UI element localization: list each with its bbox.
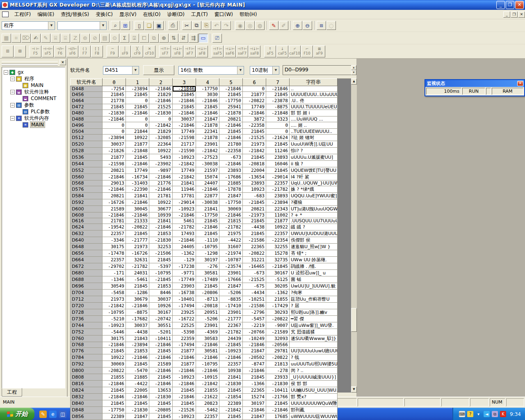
value-cell[interactable]: 11246 [266,148,290,154]
value-cell[interactable]: -21846 [196,342,219,348]
value-cell[interactable]: 0 [126,116,149,122]
value-cell[interactable]: 21845 [103,387,126,394]
value-cell[interactable]: -17494 [173,342,196,348]
value-cell[interactable]: -21830 [149,237,173,244]
value-cell[interactable]: -5206 [219,290,243,296]
value-cell[interactable]: -21598 [103,161,126,167]
device-name-cell[interactable]: D712 [71,296,103,303]
value-cell[interactable]: 17781 [173,193,196,199]
value-cell[interactable]: -17478 [103,250,126,257]
value-cell[interactable]: -21846 [126,110,149,116]
show-desktop-icon[interactable]: ✎ [39,411,47,418]
paste-icon[interactable]: ⎘ [202,21,211,30]
value-cell[interactable]: 30069 [103,361,126,368]
string-cell[interactable]: 皒 皒 ? [290,224,338,231]
value-cell[interactable]: -21846 [243,368,266,374]
string-cell[interactable]: UT]u潞U觊UuuUQGW [290,206,338,212]
value-cell[interactable]: 22365 [243,387,266,394]
value-cell[interactable]: -21782 [266,186,290,193]
device-name-cell[interactable]: D736 [71,316,103,322]
value-cell[interactable]: -21830 [149,394,173,400]
fkey-aF5-button[interactable]: ↑aF5 [264,46,276,57]
value-cell[interactable]: 22357 [103,257,126,263]
value-cell[interactable]: 21845 [196,104,219,110]
value-cell[interactable]: 20951 [196,309,219,316]
device-name-cell[interactable]: D600 [71,206,103,212]
value-cell[interactable]: -17750 [103,407,126,413]
string-cell[interactable]: U筳uWw窗]]_WU發. [290,322,338,329]
value-cell[interactable]: 30069 [219,206,243,212]
string-cell[interactable]: .... 姬 .. [290,122,338,129]
value-cell[interactable]: 21845 [219,413,243,420]
device-name-cell[interactable]: D792 [71,361,103,368]
value-cell[interactable]: -23894 [266,199,290,206]
value-cell[interactable]: 21845 [173,400,196,407]
value-cell[interactable]: 0 [126,98,149,104]
value-cell[interactable]: 23903 [173,283,196,290]
value-cell[interactable]: -22354 [266,237,290,244]
value-cell[interactable]: -10923 [173,154,196,161]
value-cell[interactable]: -9897 [149,167,173,174]
value-cell[interactable]: -21506 [149,250,173,257]
value-cell[interactable]: -21846 [149,381,173,387]
value-cell[interactable]: -16726 [103,199,126,206]
value-cell[interactable]: 22389 [219,400,243,407]
value-cell[interactable]: -675 [243,283,266,290]
value-cell[interactable]: -21846 [196,186,219,193]
value-cell[interactable]: -21846 [219,122,243,129]
value-cell[interactable]: 21829 [149,92,173,98]
device-name-cell[interactable]: D616 [71,218,103,224]
string-cell[interactable]: .UUSQUU.UU7UUUuU [290,218,338,224]
fkey-aF9-button[interactable]: ⊠aF9 [313,46,325,57]
value-cell[interactable]: -4422 [219,237,243,244]
value-cell[interactable]: -21846 [173,110,196,116]
value-cell[interactable]: 21717 [173,141,196,148]
value-cell[interactable]: -21842 [149,122,173,129]
device-name-cell[interactable]: D816 [71,381,103,387]
radix-combobox[interactable]: 10进制 ▼ [250,66,279,75]
string-cell[interactable]: UQQU.UuE]YWUU蜜] [290,193,338,199]
collapse-icon[interactable]: − [10,116,15,121]
device-name-cell[interactable]: D648 [71,244,103,250]
value-cell[interactable]: -21846 [149,368,173,374]
value-cell[interactable]: -8747 [243,361,266,368]
value-cell[interactable]: 21841 [219,374,243,381]
value-cell[interactable]: 21843 [126,336,149,342]
device-name-cell[interactable]: D464 [71,98,103,104]
value-cell[interactable]: 20821 [243,206,266,212]
value-cell[interactable]: -21878 [196,135,219,141]
value-cell[interactable]: 0 [243,86,266,92]
string-cell[interactable]: UU豳U5UU_UUU]WU. [290,387,338,394]
value-cell[interactable]: 21845 [243,374,266,381]
collapse-icon[interactable]: − [10,103,15,107]
value-cell[interactable]: -10923 [173,206,196,212]
value-cell[interactable]: -10795 [196,244,219,250]
string-cell[interactable]: .U.. 佟 [290,98,338,104]
value-cell[interactable]: 17749 [173,167,196,174]
value-cell[interactable]: 21845 [103,92,126,98]
value-cell[interactable]: 22389 [103,413,126,420]
value-cell[interactable]: 32255 [266,244,290,250]
value-cell[interactable]: 21877 [126,141,149,148]
device-name-cell[interactable]: D608 [71,212,103,218]
copy-icon[interactable]: ⧉ [192,21,201,30]
menu-item-6[interactable]: 在线(O) [140,10,164,19]
value-cell[interactable]: 10922 [103,354,126,361]
device-name-cell[interactable]: D720 [71,303,103,309]
string-cell[interactable]: 遂逛貓U_照w[]W } [290,244,338,250]
value-cell[interactable]: -5457 [243,316,266,322]
value-cell[interactable]: -21842 [196,148,219,154]
string-cell[interactable] [290,342,338,348]
string-cell[interactable]: ?裰狼 [290,199,338,206]
value-cell[interactable]: -17494 [173,303,196,309]
value-cell[interactable]: 21781 [149,193,173,199]
value-cell[interactable]: 15274 [243,394,266,400]
value-cell[interactable]: -13654 [243,174,266,180]
fkey-F5-button[interactable]: ⊣ ⊢F5 [30,46,41,57]
value-cell[interactable]: -21842 [173,161,196,167]
value-cell[interactable]: -21589 [266,329,290,336]
menu-item-8[interactable]: 工具(T) [188,10,211,19]
fkey-sF5-button[interactable]: ⊣⊣⊢sF5 [42,46,54,57]
panel-grip[interactable] [2,61,58,64]
value-cell[interactable]: -20806 [196,290,219,296]
